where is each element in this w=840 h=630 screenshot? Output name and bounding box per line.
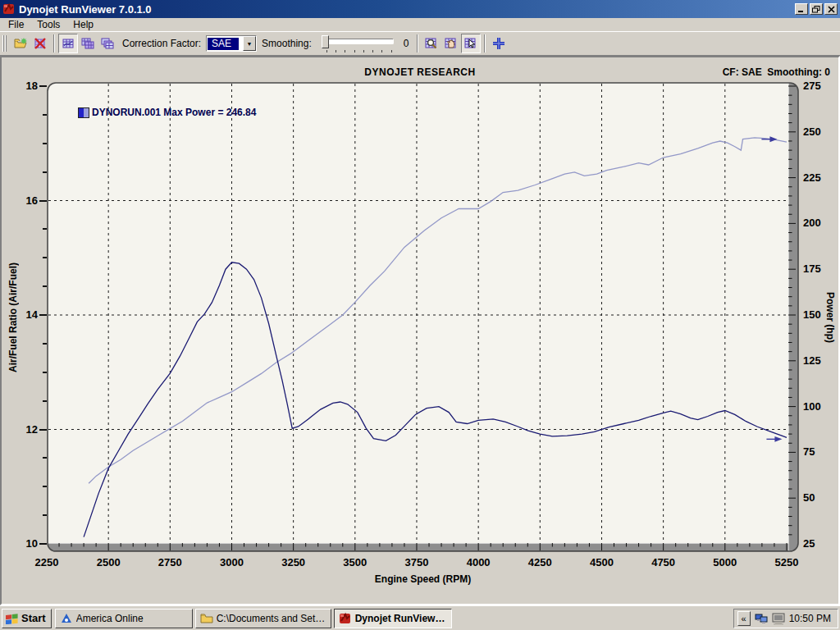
crosshair-icon	[492, 37, 505, 50]
pan-graph-button[interactable]	[441, 34, 461, 53]
minimize-button[interactable]	[795, 3, 808, 15]
combo-dropdown-button[interactable]: ▼	[243, 36, 256, 51]
view-graph-1-icon	[62, 37, 75, 50]
restore-icon	[812, 6, 820, 13]
plot-region[interactable]: DYNORUN.001 Max Power = 246.84	[47, 82, 799, 552]
dynojet-icon	[339, 612, 352, 625]
menu-help[interactable]: Help	[66, 18, 100, 31]
correction-factor-label: Correction Factor:	[122, 38, 201, 49]
zoom-graph-button[interactable]	[422, 34, 441, 53]
x-axis-tick-label: 4750	[639, 556, 688, 568]
menu-bar: File Tools Help	[0, 18, 840, 31]
left-axis-tick-label: 10	[13, 537, 38, 550]
right-axis-tick-label: 150	[803, 308, 821, 321]
view-graph-3-icon	[101, 37, 114, 50]
x-axis-tick-label: 4000	[454, 556, 503, 568]
x-axis-tick-label: 4500	[577, 556, 626, 568]
tray-clock: 10:50 PM	[789, 613, 831, 624]
x-axis-tick-label: 3250	[269, 556, 318, 568]
open-run-button[interactable]	[11, 34, 30, 53]
right-axis-tick-label: 25	[803, 537, 815, 550]
smoothing-value: 0	[404, 38, 409, 49]
title-bar: Dynojet RunViewer 7.0.1.0	[0, 0, 840, 18]
x-axis-tick-label: 5250	[762, 556, 811, 568]
x-axis-tick-label: 5000	[701, 556, 750, 568]
right-axis-tick-label: 225	[803, 171, 821, 184]
menu-tools[interactable]: Tools	[30, 18, 66, 31]
close-button[interactable]	[824, 3, 838, 15]
slider-track	[325, 39, 394, 44]
taskbar-button-label: Dynojet RunViewer 7....	[355, 613, 447, 624]
delete-run-button[interactable]	[30, 34, 50, 53]
chart-cf-smoothing: CF: SAE Smoothing: 0	[723, 66, 830, 78]
start-button[interactable]: Start	[2, 609, 52, 628]
toolbar-separator	[484, 34, 486, 52]
chart-title: DYNOJET RESEARCH	[2, 66, 838, 78]
right-axis-tick-label: 200	[803, 217, 821, 229]
correction-factor-field: SAE	[207, 36, 243, 51]
taskbar-button-dynojet[interactable]: Dynojet RunViewer 7....	[334, 609, 452, 628]
left-axis-ticks	[38, 82, 47, 552]
x-axis-tick-label: 3000	[207, 556, 256, 568]
display-icon[interactable]	[772, 612, 785, 625]
x-axis-tick-label: 4250	[515, 556, 564, 568]
toolbar-separator	[53, 34, 55, 52]
taskbar-button-documents[interactable]: C:\Documents and Settin...	[195, 609, 331, 628]
system-tray: « 10:50 PM	[733, 609, 838, 628]
minimize-icon	[797, 6, 806, 13]
app-icon	[2, 2, 16, 16]
restore-button[interactable]	[810, 3, 823, 15]
taskbar-button-america-online[interactable]: America Online	[55, 609, 193, 628]
x-axis-tick-label: 2500	[84, 556, 133, 568]
folder-icon	[200, 612, 213, 625]
left-axis-tick-label: 16	[13, 194, 38, 207]
open-run-icon	[14, 37, 27, 50]
right-axis-tick-label: 125	[803, 354, 821, 367]
left-axis-tick-label: 12	[13, 423, 38, 436]
toolbar-gripper	[2, 35, 8, 52]
x-axis-tick-label: 3500	[331, 556, 380, 568]
view-graph-3-button[interactable]	[98, 34, 117, 53]
x-axis-tick-label: 2250	[22, 556, 71, 568]
left-axis-labels: 1816141210	[13, 82, 38, 552]
crosshair-button[interactable]	[489, 34, 509, 53]
x-axis-labels: 2250250027503000325035003750400042504500…	[47, 556, 799, 569]
network-icon[interactable]	[755, 612, 768, 625]
correction-factor-select[interactable]: SAE ▼	[206, 35, 257, 52]
delete-run-icon	[34, 37, 47, 50]
taskbar-button-label: America Online	[76, 613, 144, 624]
toolbar-separator	[417, 34, 418, 52]
menu-file[interactable]: File	[2, 18, 30, 31]
aol-icon	[60, 612, 73, 625]
legend-swatch	[78, 107, 89, 118]
legend-label: DYNORUN.001 Max Power = 246.84	[92, 107, 256, 118]
right-axis-labels: 275250225200175150125100755025	[803, 82, 828, 552]
slider-ticks	[326, 50, 392, 52]
smoothing-slider[interactable]	[320, 34, 395, 53]
chart-area: DYNOJET RESEARCH CF: SAE Smoothing: 0 Ai…	[0, 56, 840, 605]
right-axis-tick-label: 175	[803, 262, 821, 275]
right-axis-tick-label: 275	[803, 80, 821, 92]
view-graph-1-button[interactable]	[58, 34, 78, 53]
tray-chevron-button[interactable]: «	[737, 611, 751, 626]
select-graph-button[interactable]	[461, 34, 481, 53]
view-graph-2-icon	[81, 37, 94, 50]
right-axis-tick-label: 50	[803, 491, 815, 504]
smoothing-label: Smoothing:	[262, 38, 312, 49]
zoom-graph-icon	[425, 37, 438, 50]
taskbar: Start America Online C:\Documents and Se…	[0, 605, 840, 630]
right-axis-tick-label: 75	[803, 445, 815, 458]
left-axis-tick-label: 14	[13, 308, 38, 321]
slider-thumb[interactable]	[322, 35, 329, 48]
pan-graph-icon	[445, 37, 458, 50]
close-icon	[828, 6, 835, 13]
start-label: Start	[21, 612, 46, 624]
right-axis-tick-label: 100	[803, 400, 821, 413]
legend: DYNORUN.001 Max Power = 246.84	[78, 107, 256, 118]
x-axis-tick-label: 3750	[392, 556, 441, 568]
right-axis-tick-label: 250	[803, 126, 821, 138]
select-graph-icon	[464, 37, 477, 50]
window-title: Dynojet RunViewer 7.0.1.0	[19, 3, 793, 16]
view-graph-2-button[interactable]	[78, 34, 98, 53]
x-axis-tick-label: 2750	[145, 556, 194, 568]
